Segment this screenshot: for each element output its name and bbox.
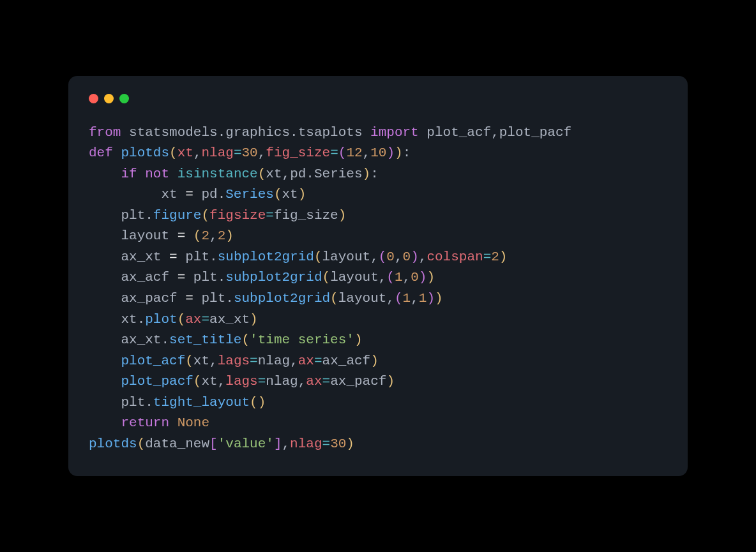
code-block: from statsmodels.graphics.tsaplots impor… bbox=[89, 123, 667, 455]
code-line: plot_acf(xt,lags=nlag,ax=ax_acf) bbox=[89, 354, 379, 368]
code-line: ax_xt.set_title('time series') bbox=[89, 332, 363, 347]
code-line: layout = (2,2) bbox=[89, 228, 234, 243]
code-line: from statsmodels.graphics.tsaplots impor… bbox=[89, 125, 571, 140]
code-line: def plotds(xt,nlag=30,fig_size=(12,10)): bbox=[89, 145, 411, 160]
code-line: ax_acf = plt.subplot2grid(layout,(1,0)) bbox=[89, 270, 435, 285]
code-line: if not isinstance(xt,pd.Series): bbox=[89, 167, 379, 181]
close-icon[interactable] bbox=[89, 94, 98, 103]
code-line: return None bbox=[89, 415, 209, 430]
code-line: plt.tight_layout() bbox=[89, 395, 266, 410]
code-line: plot_pacf(xt,lags=nlag,ax=ax_pacf) bbox=[89, 374, 395, 389]
code-line: plotds(data_new['value'],nlag=30) bbox=[89, 436, 354, 451]
minimize-icon[interactable] bbox=[104, 94, 114, 103]
code-line: plt.figure(figsize=fig_size) bbox=[89, 208, 346, 223]
code-line: ax_pacf = plt.subplot2grid(layout,(1,1)) bbox=[89, 291, 443, 306]
code-window: from statsmodels.graphics.tsaplots impor… bbox=[68, 76, 688, 477]
code-line: ax_xt = plt.subplot2grid(layout,(0,0),co… bbox=[89, 250, 507, 264]
maximize-icon[interactable] bbox=[119, 94, 129, 103]
code-line: xt.plot(ax=ax_xt) bbox=[89, 312, 258, 327]
window-titlebar bbox=[89, 94, 667, 103]
code-line: xt = pd.Series(xt) bbox=[89, 187, 306, 202]
